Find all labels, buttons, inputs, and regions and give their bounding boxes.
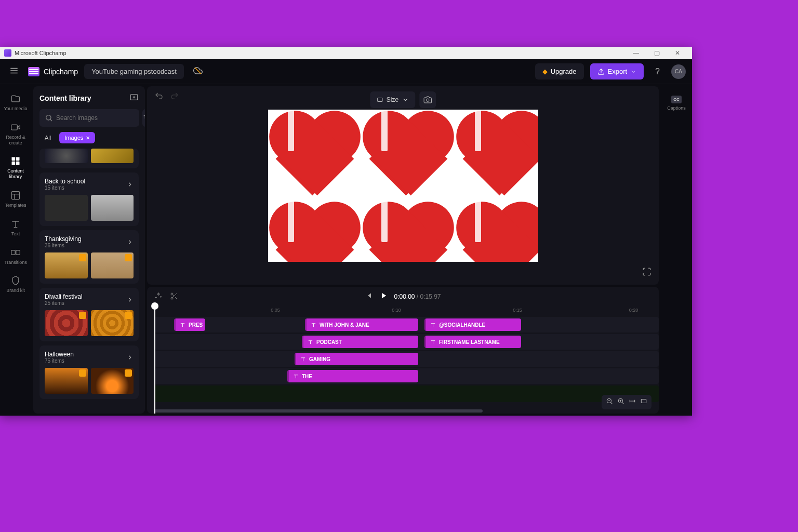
split-tool[interactable]: [170, 292, 178, 302]
export-button[interactable]: Export: [590, 63, 644, 79]
nav-content-library[interactable]: Content library: [0, 151, 31, 185]
window-controls: — ▢ ✕: [626, 47, 688, 59]
zoom-controls: [602, 395, 651, 409]
nav-captions[interactable]: CCCaptions: [663, 91, 690, 115]
svg-rect-2: [16, 157, 20, 161]
timecode: 0:00.00 / 0:15.97: [394, 293, 441, 300]
fit-button[interactable]: [640, 397, 647, 407]
menu-button[interactable]: [6, 63, 22, 81]
svg-rect-0: [11, 125, 18, 130]
app-name: Clipchamp: [44, 68, 78, 76]
clip-the[interactable]: THE: [287, 370, 418, 382]
clip-podcast[interactable]: PODCAST: [302, 336, 418, 348]
clip-gaming[interactable]: GAMING: [295, 353, 418, 365]
nav-templates[interactable]: Templates: [0, 185, 31, 214]
avatar[interactable]: CA: [671, 64, 686, 79]
thumb[interactable]: [91, 310, 134, 336]
cloud-sync-icon[interactable]: [190, 63, 206, 81]
thumb[interactable]: [91, 368, 134, 394]
nav-text[interactable]: Text: [0, 214, 31, 242]
thumb[interactable]: [45, 149, 88, 163]
undo-button[interactable]: [154, 91, 164, 103]
play-button[interactable]: [378, 291, 388, 302]
svg-rect-6: [11, 250, 16, 254]
time-ruler[interactable]: 0:05 0:10 0:15 0:20: [154, 308, 659, 317]
zoom-out-button[interactable]: [606, 397, 613, 407]
track-4[interactable]: THE: [154, 368, 659, 384]
clip-name[interactable]: FIRSTNAME LASTNAME: [424, 336, 521, 348]
playhead[interactable]: [154, 303, 155, 414]
thumb[interactable]: [45, 310, 88, 336]
scrollbar-thumb[interactable]: [154, 409, 483, 413]
category-diwali[interactable]: Diwali festival25 items: [39, 288, 139, 341]
close-button[interactable]: ✕: [667, 47, 688, 59]
camera-button[interactable]: [419, 91, 436, 108]
track-3[interactable]: GAMING: [154, 351, 659, 367]
category-halloween[interactable]: Halloween75 items: [39, 345, 139, 399]
panel-title: Content library: [39, 94, 91, 102]
size-button[interactable]: Size: [370, 91, 415, 108]
fullscreen-button[interactable]: [642, 267, 651, 278]
clip-with[interactable]: WITH JOHN & JANE: [305, 318, 418, 331]
skip-back-button[interactable]: [365, 292, 372, 301]
svg-rect-4: [16, 162, 20, 165]
thumb[interactable]: [91, 149, 134, 163]
timeline: 0:00.00 / 0:15.97 0:05 0:10 0:15 0:20 PR…: [147, 287, 659, 414]
chip-images[interactable]: Images✕: [59, 132, 95, 143]
svg-rect-5: [12, 191, 20, 199]
svg-point-11: [427, 99, 429, 101]
chip-all[interactable]: All: [39, 132, 56, 143]
thumb[interactable]: [45, 252, 88, 278]
track-media[interactable]: [154, 385, 659, 402]
upgrade-label: Upgrade: [551, 68, 577, 75]
svg-rect-3: [12, 162, 16, 165]
maximize-button[interactable]: ▢: [646, 47, 667, 59]
main-body: Your media Record & create Content libra…: [0, 84, 692, 416]
panel-header: Content library: [39, 92, 139, 104]
main-area: Size 0:00.00 / 0:15.97: [147, 86, 659, 414]
minimize-button[interactable]: —: [626, 47, 646, 59]
thumb[interactable]: [45, 195, 88, 221]
redo-button[interactable]: [170, 91, 179, 103]
title-bar: Microsoft Clipchamp — ▢ ✕: [0, 47, 692, 59]
category-back-to-school[interactable]: Back to school15 items: [39, 172, 139, 226]
nav-record-create[interactable]: Record & create: [0, 117, 31, 151]
content-library-panel: Content library All Images✕ Back to scho…: [33, 86, 145, 414]
clip-social[interactable]: @SOCIALHANDLE: [424, 318, 521, 331]
upgrade-button[interactable]: ◆ Upgrade: [535, 63, 584, 79]
category-list[interactable]: Back to school15 items Thanksgiving36 it…: [39, 149, 139, 407]
category-thanksgiving[interactable]: Thanksgiving36 items: [39, 230, 139, 284]
project-name[interactable]: YouTube gaming pstoodcast: [84, 64, 184, 79]
track-2[interactable]: PODCAST FIRSTNAME LASTNAME: [154, 334, 659, 350]
chevron-right-icon: [126, 181, 134, 188]
search-input[interactable]: [56, 114, 134, 122]
chevron-down-icon: [630, 69, 636, 75]
undo-redo: [154, 91, 179, 103]
thumb[interactable]: [91, 252, 134, 278]
thumb[interactable]: [91, 195, 134, 221]
chevron-down-icon: [402, 96, 409, 103]
app-logo: Clipchamp: [28, 67, 78, 76]
nav-brand-kit[interactable]: Brand kit: [0, 270, 31, 299]
nav-transitions[interactable]: Transitions: [0, 242, 31, 271]
svg-point-9: [46, 115, 51, 120]
fit-width-button[interactable]: [629, 397, 636, 407]
top-bar: Clipchamp YouTube gaming pstoodcast ◆ Up…: [0, 59, 692, 84]
horizontal-scrollbar[interactable]: [154, 409, 651, 414]
track-1[interactable]: PRES WITH JOHN & JANE @SOCIALHANDLE: [154, 317, 659, 332]
add-media-button[interactable]: [129, 92, 139, 104]
search-icon: [45, 114, 53, 122]
filter-button[interactable]: [142, 109, 145, 127]
zoom-in-button[interactable]: [617, 397, 624, 407]
video-preview[interactable]: [268, 110, 538, 262]
app-icon: [4, 49, 11, 57]
nav-your-media[interactable]: Your media: [0, 88, 31, 117]
search-input-wrapper: [39, 109, 139, 127]
clip-pres[interactable]: PRES: [174, 318, 205, 331]
filter-chips: All Images✕: [39, 132, 139, 143]
chip-close-icon[interactable]: ✕: [86, 135, 90, 141]
help-button[interactable]: ?: [650, 64, 665, 79]
tracks[interactable]: PRES WITH JOHN & JANE @SOCIALHANDLE PODC…: [154, 317, 659, 414]
thumb[interactable]: [45, 368, 88, 394]
magic-tool[interactable]: [154, 292, 163, 302]
